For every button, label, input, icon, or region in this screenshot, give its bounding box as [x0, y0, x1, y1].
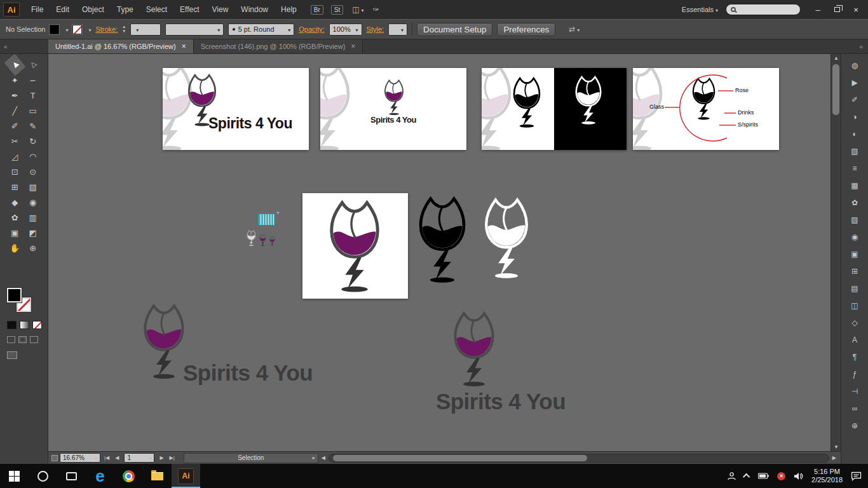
mini-logo-group[interactable]	[246, 226, 288, 246]
tool-paintbrush[interactable]: ✐	[6, 119, 24, 133]
panel-character[interactable]: A	[846, 333, 864, 346]
stroke-link[interactable]: Stroke:	[95, 25, 118, 33]
document-tab-1[interactable]: Screenshot (146).png @ 100% (RGB/Preview…	[194, 39, 363, 53]
menu-0[interactable]: File	[25, 0, 50, 19]
canvas[interactable]: Spirits 4 You Spirits 4 You	[48, 54, 831, 451]
app-logo[interactable]: Ai	[3, 3, 20, 17]
start-button[interactable]	[0, 464, 29, 488]
artboard-5[interactable]	[302, 193, 408, 299]
menu-7[interactable]: Window	[234, 0, 275, 19]
tool-eyedropper[interactable]: ◆	[6, 195, 24, 209]
tool-scissors[interactable]: ✂	[6, 134, 24, 148]
status-display[interactable]: Selection▸	[184, 453, 318, 463]
scroll-right-icon[interactable]: ▶	[831, 455, 837, 461]
panel-appearance[interactable]: ◉	[846, 230, 864, 243]
arrange-documents-icon[interactable]: ◫	[352, 5, 363, 14]
panel-color-guide[interactable]: ◐	[846, 127, 864, 140]
logo-white-artwork[interactable]	[572, 76, 605, 125]
panel-pathfinder[interactable]: ◇	[846, 316, 864, 329]
horizontal-scrollbar[interactable]	[329, 454, 829, 463]
transform-options-icon[interactable]: ⇄	[569, 25, 580, 34]
cortana-button[interactable]	[29, 464, 57, 488]
panel-color[interactable]: ◑	[846, 110, 864, 123]
previous-artboard-button[interactable]: ◀	[113, 455, 121, 461]
menu-8[interactable]: Help	[275, 0, 303, 19]
menu-3[interactable]: Type	[111, 0, 140, 19]
style-link[interactable]: Style:	[367, 25, 384, 33]
panel-graphic-styles[interactable]: ▣	[846, 247, 864, 261]
document-tab-0[interactable]: Untitled-1.ai @ 16.67% (RGB/Preview)	[48, 39, 194, 53]
draw-inside-button[interactable]	[30, 336, 38, 343]
menu-1[interactable]: Edit	[50, 0, 76, 19]
logo-color-artwork[interactable]	[323, 200, 386, 294]
tool-blend[interactable]: ◉	[24, 195, 41, 209]
file-explorer-button[interactable]	[143, 464, 172, 488]
tool-scale[interactable]: ◿	[6, 149, 24, 163]
scroll-left-icon[interactable]: ◀	[320, 455, 327, 461]
illustrator-taskbar-button[interactable]: Ai	[172, 464, 200, 488]
stroke-weight-field[interactable]	[130, 24, 161, 36]
panel-links[interactable]: ∞	[846, 402, 864, 415]
mini-logo-color[interactable]	[269, 236, 276, 247]
brand-text[interactable]: Spirits 4 You	[208, 115, 292, 132]
panel-symbols[interactable]: ✿	[846, 196, 864, 209]
battery-icon[interactable]	[758, 472, 769, 480]
people-icon[interactable]	[727, 471, 736, 481]
panel-artboards[interactable]: ⊞	[846, 264, 864, 278]
last-artboard-button[interactable]: ▶|	[168, 455, 177, 461]
stroke-weight-stepper[interactable]: ▲▼	[122, 25, 126, 34]
vertical-scroll-thumb[interactable]	[832, 64, 839, 115]
logo-ghost-artwork[interactable]	[320, 68, 356, 150]
menu-5[interactable]: Effect	[173, 0, 205, 19]
preferences-button[interactable]: Preferences	[497, 23, 555, 36]
tool-hand[interactable]: ✋	[6, 241, 24, 255]
artboard-1[interactable]: Spirits 4 You	[163, 68, 309, 150]
tool-slice[interactable]: ◩	[24, 226, 41, 240]
draw-normal-button[interactable]	[7, 336, 15, 343]
close-tab-icon[interactable]	[351, 42, 355, 51]
panel-opentype[interactable]: ƒ	[846, 367, 864, 381]
tool-gradient[interactable]: ▧	[24, 180, 41, 194]
opacity-link[interactable]: Opacity:	[299, 25, 324, 33]
logo-color-artwork[interactable]	[139, 304, 189, 380]
tool-shape-builder[interactable]: ⊙	[24, 165, 41, 179]
minimize-button[interactable]: –	[808, 0, 827, 19]
tool-line-segment[interactable]: ╱	[6, 104, 24, 118]
panel-brushes[interactable]: ✐	[846, 93, 864, 106]
panel-align[interactable]: ◫	[846, 299, 864, 312]
menu-4[interactable]: Select	[140, 0, 173, 19]
panel-layers[interactable]: ▤	[846, 281, 864, 295]
tool-column-graph[interactable]: ▥	[24, 210, 41, 224]
chrome-button[interactable]	[114, 464, 143, 488]
screen-mode-button[interactable]	[7, 351, 17, 359]
brand-text[interactable]: Spirits 4 You	[320, 115, 466, 125]
none-mode-button[interactable]	[32, 321, 42, 329]
stroke-dropdown-icon[interactable]	[88, 25, 91, 33]
panel-gradient[interactable]: ▧	[846, 144, 864, 158]
logo-color-artwork[interactable]	[449, 311, 499, 388]
collapse-tools-icon[interactable]: «	[0, 39, 48, 53]
scroll-down-icon[interactable]: ▼	[831, 444, 841, 450]
artboard-2[interactable]: Spirits 4 You	[320, 68, 466, 150]
task-view-button[interactable]	[57, 464, 86, 488]
draw-behind-button[interactable]	[18, 336, 27, 343]
mini-logo-color[interactable]	[259, 234, 267, 247]
tool-type[interactable]: T	[24, 88, 41, 102]
tool-rectangle[interactable]: ▭	[24, 104, 41, 118]
stroke-color-swatch[interactable]	[72, 25, 82, 34]
tool-pencil[interactable]: ✎	[24, 119, 41, 133]
restore-button[interactable]	[827, 0, 846, 19]
tool-free-transform[interactable]: ⊡	[6, 165, 24, 179]
brand-text[interactable]: Spirits 4 You	[183, 360, 313, 386]
document-setup-button[interactable]: Document Setup	[417, 23, 492, 36]
mini-logo-gray[interactable]	[246, 230, 257, 247]
artboard-3[interactable]	[482, 68, 627, 150]
fill-color-swatch[interactable]	[50, 25, 59, 34]
menu-2[interactable]: Object	[76, 0, 111, 19]
close-button[interactable]: ×	[846, 0, 865, 19]
tool-width[interactable]: ◠	[24, 149, 41, 163]
scroll-up-icon[interactable]: ▲	[831, 55, 841, 61]
brand-text[interactable]: Spirits 4 You	[397, 389, 604, 414]
swatch-grid-icon[interactable]	[258, 214, 275, 226]
variable-width-select[interactable]	[165, 24, 224, 36]
